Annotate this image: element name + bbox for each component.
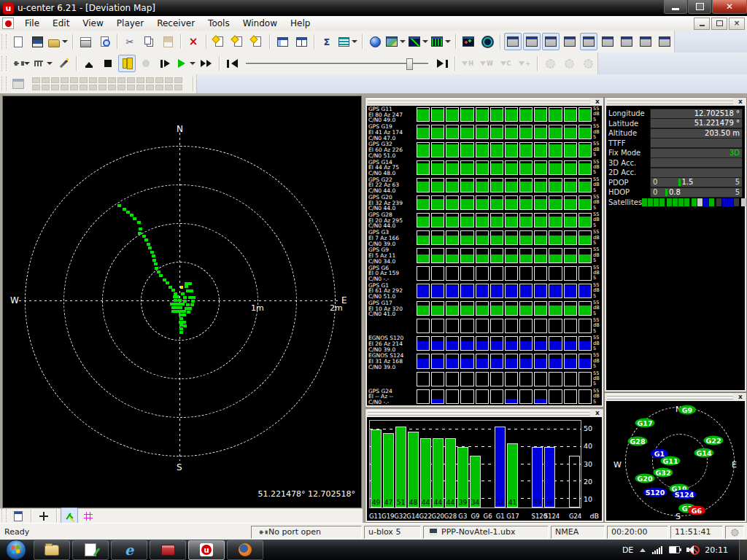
new-message-view-button[interactable] <box>210 33 228 50</box>
menu-player[interactable]: Player <box>110 17 150 30</box>
compass-view-button[interactable] <box>479 33 496 50</box>
port-select-button[interactable] <box>9 55 31 72</box>
toolbar-grip[interactable] <box>1 56 7 71</box>
menu-tools[interactable]: Tools <box>201 17 236 30</box>
map-view-button[interactable] <box>385 33 406 50</box>
new-binary-console-button[interactable] <box>229 33 247 50</box>
print-button[interactable] <box>77 33 94 50</box>
panel-close-icon[interactable]: x <box>735 98 746 105</box>
new-text-console-button[interactable] <box>248 33 266 50</box>
signal-cell <box>476 372 489 386</box>
taskbar-u-center[interactable]: u <box>188 540 225 560</box>
dropdown-arrow-icon[interactable] <box>422 40 428 43</box>
list-view-button[interactable] <box>337 33 358 50</box>
compass-toggle-button[interactable] <box>561 33 578 50</box>
dropdown-arrow-icon[interactable] <box>400 40 406 43</box>
skip-to-start-button[interactable] <box>223 55 241 72</box>
step-forward-button[interactable] <box>156 55 174 72</box>
eject-button[interactable] <box>80 55 98 72</box>
stop-button[interactable] <box>99 55 117 72</box>
close-button[interactable]: ✕ <box>712 0 747 14</box>
deviation-map-view-button[interactable] <box>460 33 477 50</box>
player-position-slider[interactable] <box>246 57 428 70</box>
restore-button[interactable] <box>688 0 711 14</box>
fast-forward-button[interactable] <box>198 55 215 72</box>
print-preview-button[interactable] <box>96 33 113 50</box>
panel-grip[interactable]: x <box>605 393 746 400</box>
deviation-map-view[interactable]: NESW1m2m51.221478° 12.702518° <box>2 96 362 508</box>
pause-button[interactable] <box>118 55 136 72</box>
mdi-child-icon[interactable] <box>2 18 14 29</box>
mdi-minimize-button[interactable] <box>694 18 710 30</box>
star-view-toggle-button[interactable] <box>599 33 616 50</box>
menu-file[interactable]: File <box>18 17 46 30</box>
show-desktop-button[interactable] <box>739 540 747 560</box>
clear-button[interactable]: × <box>185 33 202 50</box>
panel-close-icon[interactable]: x <box>592 409 603 416</box>
mdi-restore-button[interactable] <box>711 18 727 30</box>
toolbar-grip[interactable] <box>1 509 7 524</box>
dropdown-arrow-icon[interactable] <box>62 40 68 43</box>
x-tick-label: G11 <box>369 513 382 520</box>
column-view-button[interactable] <box>293 33 310 50</box>
copy-button[interactable] <box>140 33 158 50</box>
taskbar-explorer[interactable] <box>34 540 70 560</box>
mdi-close-button[interactable]: × <box>729 18 745 30</box>
show-hidden-icons-icon[interactable] <box>640 545 646 552</box>
slider-thumb[interactable] <box>406 58 413 70</box>
chart-view-button[interactable] <box>408 33 429 50</box>
open-file-button[interactable] <box>47 33 69 50</box>
menu-receiver[interactable]: Receiver <box>150 17 201 30</box>
play-button[interactable] <box>175 55 196 72</box>
start-button[interactable] <box>6 540 26 560</box>
skip-to-end-button[interactable] <box>433 55 451 72</box>
dropdown-arrow-icon[interactable] <box>352 40 357 43</box>
network-signal-icon[interactable] <box>652 546 662 554</box>
signal-cell <box>519 142 533 157</box>
save-file-button[interactable] <box>28 33 46 50</box>
clock-view-toggle-button[interactable] <box>637 33 654 50</box>
autobauding-button[interactable] <box>55 55 72 72</box>
dropdown-arrow-icon[interactable] <box>445 40 451 43</box>
table-view-button[interactable] <box>274 33 291 50</box>
panel-grip[interactable]: x <box>365 98 603 105</box>
taskbar-toolbox[interactable] <box>150 540 186 560</box>
signal-cell <box>417 248 430 262</box>
histogram-toggle-button[interactable] <box>542 33 560 50</box>
histogram-view-button[interactable] <box>430 33 452 50</box>
compass-label-s: S <box>177 462 182 472</box>
cross-view-toggle-button[interactable] <box>618 33 635 50</box>
taskbar-notepad[interactable] <box>72 540 109 560</box>
sky-view-toggle-button[interactable] <box>504 33 522 50</box>
dropdown-arrow-icon[interactable] <box>24 62 30 65</box>
panel-close-icon[interactable]: x <box>592 98 603 105</box>
x-tick-label: G17 <box>506 513 519 520</box>
deviation-map-toggle-button[interactable] <box>523 33 541 50</box>
signal-cell <box>549 248 562 262</box>
panel-grip[interactable]: x <box>605 98 746 105</box>
x-tick-label: G1 <box>494 513 506 520</box>
language-indicator[interactable]: DE <box>622 545 633 555</box>
minimize-button[interactable] <box>664 0 687 14</box>
menu-edit[interactable]: Edit <box>46 17 76 30</box>
baudrate-select-button[interactable] <box>32 55 53 72</box>
volume-muted-icon[interactable] <box>686 545 698 555</box>
new-file-button[interactable] <box>9 33 27 50</box>
dropdown-arrow-icon[interactable] <box>47 62 53 65</box>
close-view-button[interactable] <box>656 33 673 50</box>
statistic-view-button[interactable]: Σ <box>318 33 336 50</box>
panel-grip[interactable]: x <box>365 409 603 416</box>
data-view-toggle-button[interactable] <box>580 33 597 50</box>
menu-help[interactable]: Help <box>284 17 317 30</box>
battery-icon[interactable] <box>669 546 680 553</box>
taskbar-internet-explorer[interactable]: e <box>111 540 147 560</box>
cut-button[interactable]: ✂ <box>121 33 139 50</box>
taskbar-clock[interactable]: 20:11 <box>705 545 728 555</box>
menu-window[interactable]: Window <box>236 17 284 30</box>
dropdown-arrow-icon[interactable] <box>190 62 196 65</box>
toolbar-grip[interactable] <box>1 34 7 49</box>
panel-close-icon[interactable]: x <box>735 393 746 400</box>
taskbar-firefox[interactable] <box>227 540 263 560</box>
menu-view[interactable]: View <box>76 17 109 30</box>
google-earth-button[interactable] <box>366 33 384 50</box>
